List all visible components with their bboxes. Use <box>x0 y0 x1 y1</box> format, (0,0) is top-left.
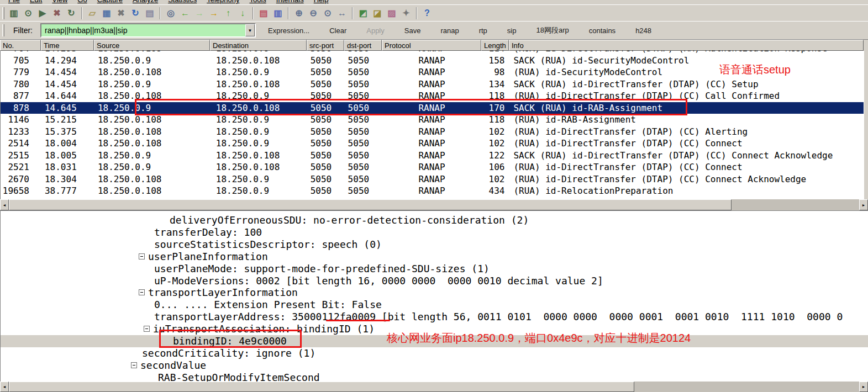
print-icon[interactable]: ▤ <box>143 7 156 20</box>
column-header-time[interactable]: Time <box>41 40 94 51</box>
menu-internals[interactable]: Internals <box>271 0 309 4</box>
go-bottom-icon[interactable]: ↓ <box>236 7 249 20</box>
display-filter-icon[interactable]: ◪ <box>371 7 384 20</box>
column-header-dst[interactable]: Destination <box>210 40 307 51</box>
packet-row[interactable]: 114615.21518.250.0.10818.250.0.950505050… <box>1 114 864 126</box>
packet-row[interactable]: 78014.45418.250.0.918.250.0.10850505050R… <box>1 78 864 91</box>
packet-row[interactable]: 123315.37518.250.0.10818.250.0.950505050… <box>1 126 864 138</box>
zoom-out-icon[interactable]: ⊖ <box>307 7 320 20</box>
filter-button-save[interactable]: Save <box>404 27 421 35</box>
expander-minus-icon[interactable] <box>139 253 145 259</box>
scroll-right-button[interactable]: ► <box>859 199 868 210</box>
capture-filter-icon[interactable]: ◩ <box>356 7 370 20</box>
reload-icon[interactable]: ↻ <box>129 7 142 20</box>
filter-button-ranap[interactable]: ranap <box>440 27 459 35</box>
filter-button-rtp[interactable]: rtp <box>479 27 487 35</box>
cell-dport: 5050 <box>345 126 382 138</box>
column-header-dport[interactable]: dst-port <box>344 40 382 51</box>
packet-row[interactable]: 251418.00418.250.0.10818.250.0.950505050… <box>1 137 864 150</box>
detail-hscroll-thumb[interactable] <box>9 382 634 392</box>
capture-stop-icon[interactable]: ✖ <box>50 7 64 20</box>
cell-no: 2670 <box>1 173 41 186</box>
detail-line[interactable]: secondCriticality: ignore (1) <box>142 347 315 359</box>
packet-row[interactable]: 267018.30418.250.0.10818.250.0.950505050… <box>1 173 864 186</box>
scroll-right-button[interactable]: ► <box>859 382 868 392</box>
detail-line[interactable]: secondValue <box>140 359 206 372</box>
coloring-rules-icon[interactable]: ▨ <box>385 7 398 20</box>
go-back-icon[interactable]: ← <box>178 7 192 20</box>
column-header-src[interactable]: Source <box>94 40 210 51</box>
zoom-in-icon[interactable]: ⊕ <box>292 7 306 20</box>
expander-minus-icon[interactable] <box>144 326 150 332</box>
cell-info: (RUA) id-RAB-Assignment <box>509 114 864 126</box>
capture-start-icon[interactable]: ▶ <box>36 7 49 20</box>
detail-hscrollbar[interactable]: ◄ ► <box>0 382 868 392</box>
cell-src: 18.250.0.108 <box>94 126 211 138</box>
packet-list-hscrollbar[interactable]: ◄ ► <box>0 199 868 210</box>
filter-button-h248[interactable]: h248 <box>635 27 651 35</box>
menu-file[interactable]: File <box>3 0 25 4</box>
scroll-left-button[interactable]: ◄ <box>0 382 9 392</box>
detail-line[interactable]: transportLayerAddress: 35000112fa0009 [b… <box>154 311 843 323</box>
packet-row[interactable]: 1965838.77718.250.0.10818.250.0.95050505… <box>1 185 864 197</box>
menu-analyze[interactable]: Analyze <box>128 0 163 4</box>
packet-row[interactable]: 252118.03118.250.0.918.250.0.10850505050… <box>1 161 864 173</box>
capture-options-icon[interactable]: ⊙ <box>22 7 35 20</box>
column-header-sport[interactable]: src-port <box>307 40 344 51</box>
menu-capture[interactable]: Capture <box>92 0 128 4</box>
filter-button-sip[interactable]: sip <box>507 27 517 35</box>
file-save-icon[interactable]: ▦ <box>100 7 113 20</box>
go-to-packet-icon[interactable]: → <box>207 7 220 20</box>
filter-button-18-arp[interactable]: 18网段arp <box>536 25 569 35</box>
go-top-icon[interactable]: ↑ <box>222 7 235 20</box>
packet-list-vscrollbar[interactable] <box>864 51 868 199</box>
file-open-icon[interactable]: ▱ <box>86 7 99 20</box>
filter-button-clear[interactable]: Clear <box>329 27 346 35</box>
detail-line[interactable]: RAB-SetupOrModifyItemSecond <box>158 372 320 382</box>
autoscroll-icon[interactable]: ▥ <box>271 7 285 20</box>
filter-button-expression-[interactable]: Expression... <box>268 27 309 35</box>
filter-dropdown-button[interactable]: ▼ <box>245 24 255 36</box>
menu-view[interactable]: View <box>47 0 72 4</box>
preferences-icon[interactable]: ✦ <box>399 7 413 20</box>
packet-row[interactable]: 251518.00518.250.0.918.250.0.10850505050… <box>1 150 864 162</box>
detail-line[interactable]: 0... .... Extension Present Bit: False <box>154 299 382 311</box>
colorize-icon[interactable]: ▤ <box>257 7 270 20</box>
filter-input[interactable]: ranap||hnbap||m3ua||sip ▼ <box>40 23 256 38</box>
scroll-left-button[interactable]: ◄ <box>0 199 9 210</box>
detail-line[interactable]: transferDelay: 100 <box>154 226 262 239</box>
packet-list-hscroll-thumb[interactable] <box>9 199 732 210</box>
column-header-proto[interactable]: Protocol <box>382 40 481 51</box>
filterbar-gripper[interactable] <box>2 24 4 36</box>
file-close-icon[interactable]: ✖ <box>114 7 128 20</box>
filter-button-apply[interactable]: Apply <box>366 27 385 35</box>
menu-telephony[interactable]: Telephony <box>202 0 244 4</box>
find-packet-icon[interactable]: ◎ <box>164 7 177 20</box>
column-header-no[interactable]: No. <box>0 40 41 51</box>
capture-restart-icon[interactable]: ↻ <box>65 7 78 20</box>
cell-time: 14.454 <box>41 66 94 78</box>
go-forward-icon[interactable]: → <box>193 7 206 20</box>
menu-help[interactable]: Help <box>309 0 334 4</box>
detail-line[interactable]: transportLayerInformation <box>148 287 298 299</box>
zoom-100-icon[interactable]: ⊙ <box>321 7 334 20</box>
menu-tools[interactable]: Tools <box>244 0 271 4</box>
cell-dst: 18.250.0.108 <box>211 150 307 162</box>
expander-minus-icon[interactable] <box>131 362 137 368</box>
column-header-len[interactable]: Length <box>481 40 509 51</box>
capture-interfaces-icon[interactable]: ▥ <box>7 7 20 20</box>
filter-button-contains[interactable]: contains <box>589 27 616 35</box>
toolbar-gripper[interactable] <box>2 7 4 19</box>
menu-statistics[interactable]: Statistics <box>163 0 202 4</box>
menu-edit[interactable]: Edit <box>25 0 47 4</box>
detail-line[interactable]: userPlaneMode: support-mode-for-predefin… <box>154 263 490 275</box>
expander-minus-icon[interactable] <box>139 289 145 295</box>
detail-line[interactable]: sourceStatisticsDescriptor: speech (0) <box>154 239 382 251</box>
detail-line[interactable]: deliveryOfErroneousSDU: no-error-detecti… <box>170 214 529 226</box>
resize-columns-icon[interactable]: ↔ <box>335 7 349 20</box>
column-header-info[interactable]: Info <box>509 40 864 51</box>
help-icon[interactable]: ? <box>420 7 434 20</box>
detail-line[interactable]: uP-ModeVersions: 0002 [bit length 16, 00… <box>154 275 603 287</box>
detail-line[interactable]: userPlaneInformation <box>148 251 268 263</box>
menu-go[interactable]: Go <box>72 0 92 4</box>
